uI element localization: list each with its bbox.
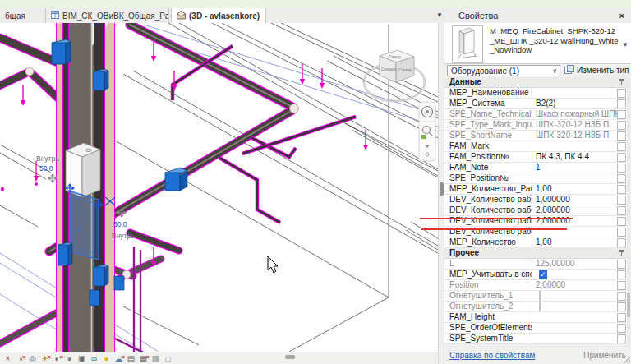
parameter-value[interactable]: ✓ [532,270,617,279]
pipes[interactable] [0,25,299,343]
type-preview-image [452,25,483,63]
parameter-value[interactable]: ПК 4.3, ПК 4.4 [532,152,617,162]
parameter-value[interactable]: 1,00 [532,237,617,247]
crop-view-icon[interactable]: ▣ [76,353,88,364]
parameter-name: Данные [444,77,619,87]
small-pipes[interactable] [76,46,356,352]
parameter-row: SPE_OrderOfElements [444,323,629,334]
parameter-row: DEV_Количество работы1,000000 [444,195,629,205]
associate-parameter-button[interactable] [617,89,626,98]
analytical-model-icon[interactable]: ▦× [137,353,150,364]
parameter-value[interactable] [532,88,617,98]
fire-cabinet-geometry[interactable] [66,143,100,197]
view-tab-schedule[interactable]: BIM_СК_ОВиВК_Общая_Разгруппи... [46,8,169,23]
associate-parameter-button[interactable] [617,110,626,119]
displacement-sets-icon[interactable]: □ [162,353,174,364]
parameter-value: ШПК-320-12 НЗБ П [532,120,617,130]
constraints-icon[interactable]: ▥ [150,353,162,364]
associate-parameter-button[interactable] [617,99,626,108]
edit-type-button[interactable]: Изменить тип [564,65,629,76]
associate-parameter-button[interactable] [617,238,626,247]
parameter-value[interactable] [532,334,617,343]
associate-parameter-button[interactable] [617,164,626,173]
scrollbar-thumb[interactable] [627,293,630,317]
associate-parameter-button[interactable] [617,334,626,343]
parameter-value[interactable]: В2(2) [532,99,617,108]
parameter-value[interactable] [532,173,617,183]
associate-parameter-button[interactable] [617,185,626,194]
category-select[interactable]: Оборудование (1) ∨ [447,65,560,76]
close-panel-icon[interactable]: × [619,11,624,21]
visual-style-icon[interactable]: ◎ [26,353,39,364]
view-tab-partial[interactable]: бщая [0,8,46,23]
offset-dimension[interactable]: 50,0 [113,220,127,228]
section-pin-icon[interactable] [619,250,624,256]
associate-parameter-button[interactable] [617,281,626,290]
parameter-name: MEP_Учитывать в спец... [444,270,532,279]
parameter-row: MEP_Количество_Расче...1,00 [444,184,629,195]
associate-parameter-button[interactable] [617,174,626,183]
parameter-value: ШПК-320-12 НЗБ П [532,131,617,141]
detail-level-icon[interactable]: ◑× [14,353,26,364]
associate-parameter-button[interactable] [617,324,626,333]
parameter-value: 125,00000 [532,259,617,269]
parameter-row: SPE_Position№ [444,173,629,184]
parameter-value[interactable] [532,141,617,151]
associate-parameter-button[interactable] [617,217,626,226]
horizontal-scrollbar-thumb[interactable] [285,355,295,359]
section-pin-icon[interactable] [619,79,624,85]
associate-parameter-button[interactable] [617,196,626,205]
temporary-view-properties-icon[interactable]: ▤ [125,353,137,364]
checkbox-unchecked[interactable] [539,302,541,311]
parameter-row: SPE_SystemTitle [444,334,629,344]
associate-parameter-button[interactable] [617,206,626,215]
reveal-hidden-elements-icon[interactable]: ● [100,353,113,364]
associate-parameter-button[interactable] [617,292,626,301]
resize-grip[interactable] [624,357,630,363]
shadows-icon[interactable]: ◐× [51,353,63,364]
temporary-hide-isolate-icon[interactable]: ∞ [88,353,100,364]
properties-title-bar[interactable]: Свойства × [444,8,631,23]
type-selector[interactable]: M_MEQ_FireCabinet_SHPK-320-12_ME_ШПК _32… [444,23,631,64]
selected-cabinet-instance[interactable] [71,191,99,260]
associate-parameter-button[interactable] [617,153,626,162]
parameter-row: DEV_Количество работ...2,000000 [444,205,629,216]
associate-parameter-button[interactable] [617,142,626,151]
parameter-name: Огнетушитель_2 [444,302,532,311]
grid-scrollbar[interactable] [627,77,630,346]
associate-parameter-button[interactable] [617,260,626,269]
parameter-value[interactable]: 2,000000 [532,205,617,215]
viewcube[interactable]: Сверху Спереди Справа [364,50,425,101]
tab-list-arrow-icon[interactable]: ▼ [436,12,443,19]
associate-parameter-button[interactable] [617,228,626,237]
checkbox-unchecked[interactable] [539,291,541,301]
close-tab-icon[interactable]: × [265,12,266,21]
scale-icon[interactable]: × [2,353,14,364]
parameter-value[interactable]: 1 [532,163,617,173]
parameter-row: MEP_Наименование п... [444,88,629,99]
properties-footer: Справка по свойствам Применить [444,346,631,364]
sun-path-icon[interactable]: ☀× [39,353,51,364]
associate-parameter-button[interactable] [617,302,626,311]
properties-title: Свойства [458,11,498,21]
associate-parameter-button[interactable] [617,313,626,322]
parameter-value[interactable] [532,312,617,322]
view-tab-3d-active[interactable]: (3D - avlasenkore) × [171,8,266,23]
parameter-value[interactable]: 1,000000 [532,195,617,205]
offset-dimension[interactable]: 50,0 [39,164,53,173]
checkbox-checked[interactable]: ✓ [539,270,547,279]
parameter-row: MEP_Учитывать в спец...✓ [444,270,629,280]
3d-viewport[interactable]: Внутрь 50,0 50,0 Внутрь Сверху Спереди С… [0,23,438,352]
parameter-name: FAM_Note [444,163,532,173]
worksharing-display-icon[interactable]: ☁× [113,353,125,364]
rendering-dialog-icon[interactable]: ● [63,353,76,364]
parameter-value[interactable] [532,323,617,333]
associate-parameter-button[interactable] [617,131,626,141]
parameter-value[interactable]: 1,00 [532,184,617,194]
navigation-bar[interactable] [419,102,435,161]
associate-parameter-button[interactable] [617,270,626,279]
properties-help-link[interactable]: Справка по свойствам [449,351,535,360]
associate-parameter-button[interactable] [617,121,626,130]
apply-button[interactable]: Применить [583,351,626,360]
type-dropdown-icon[interactable]: ▼ [622,41,629,48]
